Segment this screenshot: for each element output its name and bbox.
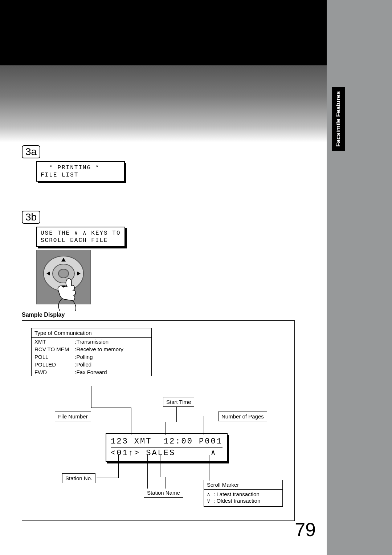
lcd-3a: * PRINTING * FILE LIST (36, 161, 125, 182)
display-line2: <01↑> SALES ∧ (111, 449, 217, 458)
sample-display-heading: Sample Display (22, 312, 327, 318)
label-number-of-pages: Number of Pages (218, 412, 267, 421)
label-start-time: Start Time (163, 397, 194, 407)
step-label-3a: 3a (22, 145, 40, 158)
page-number: 79 (295, 519, 316, 540)
type-of-communication-box: Type of Communication XMT:Transmission R… (31, 328, 152, 376)
lcd-3b: USE THE ∨ ∧ KEYS TO SCROLL EACH FILE (36, 227, 125, 247)
scroll-marker-box: Scroll Marker ∧ : Latest transaction ∨ :… (204, 480, 283, 507)
scroll-marker-title: Scroll Marker (204, 480, 282, 490)
comm-box-title: Type of Communication (32, 328, 151, 338)
right-sidebar (327, 0, 392, 555)
display-line1: 123 XMT 12:00 P001 (111, 436, 222, 448)
step-3b: 3b USE THE ∨ ∧ KEYS TO SCROLL EACH FILE (22, 211, 327, 304)
nav-pad-illustration (36, 250, 91, 304)
sample-display-diagram: Type of Communication XMT:Transmission R… (22, 320, 295, 521)
svg-point-2 (58, 269, 69, 278)
step-label-3b: 3b (22, 211, 40, 224)
label-station-no: Station No. (62, 473, 95, 483)
header-fade (0, 65, 327, 142)
step-3a: 3a * PRINTING * FILE LIST (22, 145, 327, 182)
label-file-number: File Number (55, 412, 91, 421)
section-tab: Facsimile Features (332, 87, 345, 151)
label-station-name: Station Name (144, 488, 183, 498)
header-black (0, 0, 327, 65)
